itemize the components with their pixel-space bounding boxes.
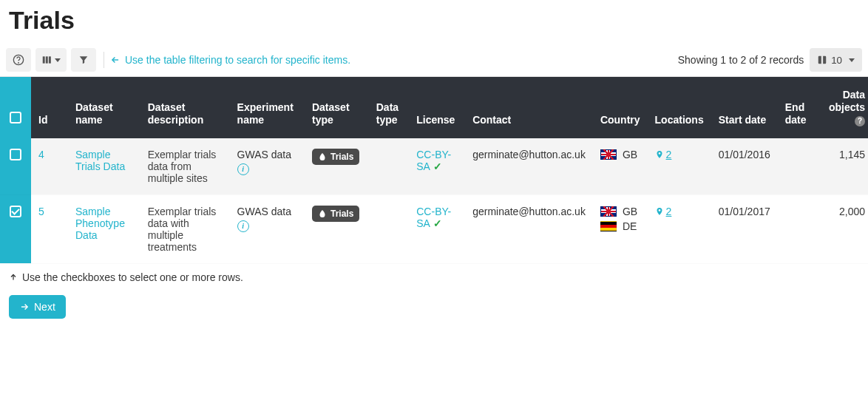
page-size-value: 10 xyxy=(831,55,842,66)
country-entry: GB xyxy=(600,206,640,217)
cell-end-date xyxy=(778,194,817,263)
next-button[interactable]: Next xyxy=(9,295,66,319)
arrow-left-icon xyxy=(110,55,121,65)
col-start[interactable]: Start date xyxy=(711,77,778,138)
col-locations[interactable]: Locations xyxy=(648,77,711,138)
cell-license: CC-BY-SA✓ xyxy=(409,138,465,195)
trials-badge: Trials xyxy=(312,149,359,165)
flag-gb-icon xyxy=(600,149,617,160)
col-datatype[interactable]: Data type xyxy=(369,77,410,138)
cell-license: CC-BY-SA✓ xyxy=(409,194,465,263)
dataset-name-link[interactable]: Sample Trials Data xyxy=(75,149,125,172)
help-button[interactable] xyxy=(6,48,31,72)
col-contact[interactable]: Contact xyxy=(465,77,593,138)
id-link[interactable]: 4 xyxy=(38,149,44,160)
cell-dataset-type: Trials xyxy=(305,138,369,195)
cell-data-type xyxy=(369,138,410,195)
country-code: DE xyxy=(623,220,637,232)
cell-experiment: GWAS datai xyxy=(230,194,305,263)
col-country[interactable]: Country xyxy=(593,77,648,138)
caret-down-icon xyxy=(55,58,61,62)
cell-country: GBDE xyxy=(593,194,648,263)
cell-data-type xyxy=(369,194,410,263)
filter-icon xyxy=(78,55,89,65)
cell-contact: germinate@hutton.ac.uk xyxy=(465,138,593,195)
checkbox-icon xyxy=(10,112,21,123)
checkbox-icon xyxy=(10,149,21,160)
leaf-icon xyxy=(318,209,327,218)
flag-gb-icon xyxy=(600,206,617,217)
table-row: 4Sample Trials DataExemplar trials data … xyxy=(0,138,868,195)
cell-experiment: GWAS datai xyxy=(230,138,305,195)
col-exp[interactable]: Experiment name xyxy=(230,77,305,138)
col-objects[interactable]: Data objects? xyxy=(816,77,868,138)
cell-description: Exemplar trials data from multiple sites xyxy=(140,138,230,195)
col-name[interactable]: Dataset name xyxy=(68,77,140,138)
toolbar-separator xyxy=(104,52,104,68)
selection-hint: Use the checkboxes to select one or more… xyxy=(0,264,868,291)
country-code: GB xyxy=(623,149,637,160)
dataset-name-link[interactable]: Sample Phenotype Data xyxy=(75,206,125,241)
filter-hint-text: Use the table filtering to search for sp… xyxy=(125,54,350,66)
col-desc[interactable]: Dataset description xyxy=(140,77,230,138)
datasets-table: Id Dataset name Dataset description Expe… xyxy=(0,77,868,264)
cell-locations: 2 xyxy=(648,194,711,263)
record-count: Showing 1 to 2 of 2 records xyxy=(678,54,810,66)
col-dtype[interactable]: Dataset type xyxy=(305,77,369,138)
toolbar: Use the table filtering to search for sp… xyxy=(0,44,868,77)
cell-end-date xyxy=(778,138,817,195)
col-end[interactable]: End date xyxy=(778,77,817,138)
columns-icon xyxy=(41,55,52,65)
columns-button[interactable] xyxy=(35,48,67,72)
page-title: Trials xyxy=(0,0,868,44)
col-license[interactable]: License xyxy=(409,77,465,138)
svg-rect-4 xyxy=(49,56,51,63)
locations-link[interactable]: 2 xyxy=(655,206,672,217)
pin-icon xyxy=(655,206,664,217)
row-select[interactable] xyxy=(0,194,31,263)
col-id[interactable]: Id xyxy=(31,77,68,138)
filter-hint: Use the table filtering to search for sp… xyxy=(110,54,350,66)
id-link[interactable]: 5 xyxy=(38,206,44,217)
cell-description: Exemplar trials data with multiple treat… xyxy=(140,194,230,263)
row-select[interactable] xyxy=(0,138,31,195)
select-all-header[interactable] xyxy=(0,77,31,138)
country-entry: GB xyxy=(600,149,640,160)
cell-dataset-type: Trials xyxy=(305,194,369,263)
cell-country: GB xyxy=(593,138,648,195)
cell-start-date: 01/01/2017 xyxy=(711,194,778,263)
cell-start-date: 01/01/2016 xyxy=(711,138,778,195)
caret-down-icon xyxy=(849,58,855,62)
arrow-right-icon xyxy=(19,302,30,312)
cell-id: 5 xyxy=(31,194,68,263)
country-entry: DE xyxy=(600,220,640,232)
svg-rect-3 xyxy=(46,56,48,63)
info-icon[interactable]: i xyxy=(237,220,249,232)
cell-id: 4 xyxy=(31,138,68,195)
svg-rect-2 xyxy=(43,56,45,63)
table-row: 5Sample Phenotype DataExemplar trials da… xyxy=(0,194,868,263)
page-size-button[interactable]: 10 xyxy=(810,48,862,72)
info-icon[interactable]: i xyxy=(237,163,249,175)
leaf-icon xyxy=(318,152,327,161)
pin-icon xyxy=(655,149,664,160)
checkbox-icon xyxy=(10,206,21,217)
svg-point-1 xyxy=(18,63,19,64)
check-icon: ✓ xyxy=(433,160,442,172)
check-icon: ✓ xyxy=(433,217,442,229)
country-code: GB xyxy=(623,206,637,217)
help-icon: ? xyxy=(855,116,865,126)
table-scroll[interactable]: Id Dataset name Dataset description Expe… xyxy=(0,77,868,264)
experiment-name: GWAS data xyxy=(237,206,297,217)
experiment-name: GWAS data xyxy=(237,149,297,160)
arrow-up-icon xyxy=(9,273,18,282)
flag-de-icon xyxy=(600,221,617,231)
cell-name: Sample Trials Data xyxy=(68,138,140,195)
cell-name: Sample Phenotype Data xyxy=(68,194,140,263)
locations-link[interactable]: 2 xyxy=(655,149,672,160)
cell-data-objects: 2,000 xyxy=(816,194,868,263)
book-icon xyxy=(817,55,827,65)
filter-button[interactable] xyxy=(71,48,96,72)
next-button-label: Next xyxy=(34,301,55,313)
cell-contact: germinate@hutton.ac.uk xyxy=(465,194,593,263)
